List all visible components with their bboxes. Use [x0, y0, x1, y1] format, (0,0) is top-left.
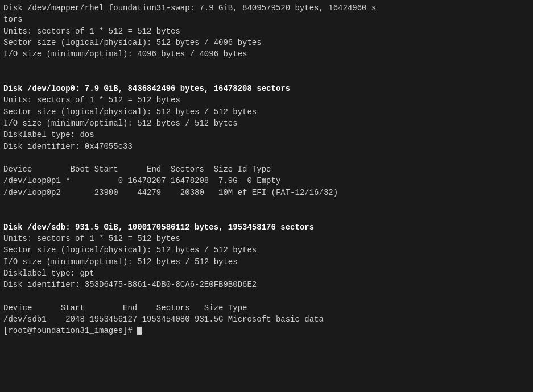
loop0-table-header: Device Boot Start End Sectors Size Id Ty…	[3, 164, 530, 175]
sdb-table-header: Device Start End Sectors Size Type	[3, 302, 530, 314]
disk-sdb-header: Disk /dev/sdb: 931.5 GiB, 1000170586112 …	[3, 222, 530, 233]
line-4: Sector size (logical/physical): 512 byte…	[3, 37, 530, 48]
spacer-4	[3, 198, 530, 210]
loop0-part2: /dev/loop0p2 23900 44279 20380 10M ef EF…	[3, 187, 530, 198]
shell-prompt: [root@foundation31_images]#	[3, 325, 137, 336]
loop0-disklabel: Disklabel type: dos	[3, 129, 530, 140]
loop0-io-size: I/O size (minimum/optimal): 512 bytes / …	[3, 118, 530, 129]
spacer-2	[3, 72, 530, 83]
loop0-units: Units: sectors of 1 * 512 = 512 bytes	[3, 94, 530, 106]
line-3: Units: sectors of 1 * 512 = 512 bytes	[3, 26, 530, 37]
loop0-identifier: Disk identifier: 0x47055c33	[3, 141, 530, 152]
sdb-disklabel: Disklabel type: gpt	[3, 268, 530, 279]
prompt-line[interactable]: [root@foundation31_images]#	[3, 325, 530, 336]
sdb-io-size: I/O size (minimum/optimal): 512 bytes / …	[3, 256, 530, 268]
sdb-part1: /dev/sdb1 2048 1953456127 1953454080 931…	[3, 314, 530, 325]
spacer-3	[3, 152, 530, 164]
loop0-sector-size: Sector size (logical/physical): 512 byte…	[3, 106, 530, 118]
line-5: I/O size (minimum/optimal): 4096 bytes /…	[3, 48, 530, 60]
sdb-sector-size: Sector size (logical/physical): 512 byte…	[3, 244, 530, 256]
line-2: tors	[3, 14, 530, 25]
spacer-1	[3, 60, 530, 71]
spacer-6	[3, 290, 530, 302]
disk-loop0-header: Disk /dev/loop0: 7.9 GiB, 8436842496 byt…	[3, 83, 530, 94]
terminal-window: Disk /dev/mapper/rhel_foundation31-swap:…	[0, 0, 533, 392]
sdb-units: Units: sectors of 1 * 512 = 512 bytes	[3, 233, 530, 244]
line-1: Disk /dev/mapper/rhel_foundation31-swap:…	[3, 2, 530, 14]
terminal-content: Disk /dev/mapper/rhel_foundation31-swap:…	[0, 0, 533, 339]
spacer-5	[3, 210, 530, 221]
cursor	[137, 327, 142, 335]
loop0-part1: /dev/loop0p1 * 0 16478207 16478208 7.9G …	[3, 175, 530, 186]
sdb-identifier: Disk identifier: 353D6475-B861-4DB0-8CA6…	[3, 279, 530, 290]
